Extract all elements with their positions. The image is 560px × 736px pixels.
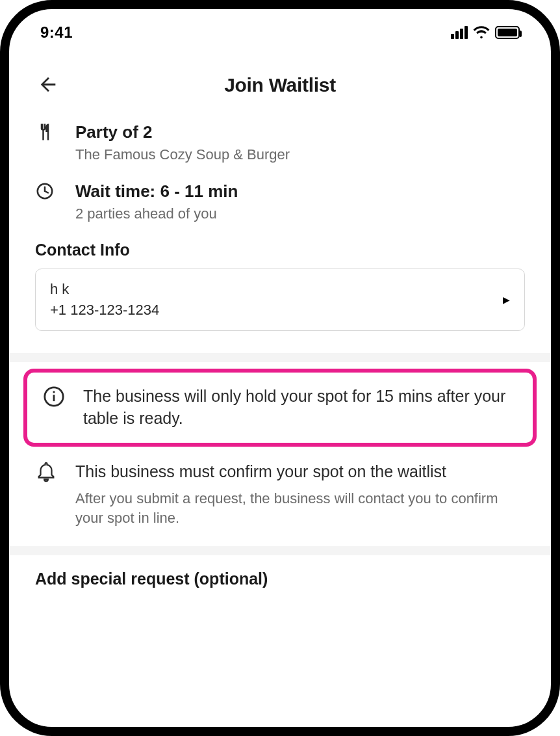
status-icons [451,26,520,39]
bell-icon [35,461,58,486]
utensils-icon [35,122,57,144]
arrow-left-icon [37,73,59,96]
restaurant-name: The Famous Cozy Soup & Burger [75,146,290,163]
page-title: Join Waitlist [224,74,336,96]
section-divider [9,353,551,362]
wait-time-row: Wait time: 6 - 11 min 2 parties ahead of… [35,181,525,222]
hold-time-text: The business will only hold your spot fo… [83,386,517,430]
reservation-summary: Party of 2 The Famous Cozy Soup & Burger… [9,116,551,337]
section-divider [9,546,551,555]
contact-info-card[interactable]: h k +1 123-123-1234 ▶ [35,269,525,331]
svg-rect-2 [53,395,55,401]
special-request-heading: Add special request (optional) [9,562,551,588]
queue-position-label: 2 parties ahead of you [75,205,238,222]
info-icon [43,386,66,410]
page-header: Join Waitlist [9,48,551,116]
clock-icon [35,181,57,204]
party-size-row: Party of 2 The Famous Cozy Soup & Burger [35,122,525,163]
hold-time-highlight: The business will only hold your spot fo… [23,369,537,447]
wait-time-label: Wait time: 6 - 11 min [75,181,238,202]
chevron-right-icon: ▶ [503,295,510,305]
contact-phone: +1 123-123-1234 [50,302,159,319]
status-bar: 9:41 [9,9,551,48]
battery-icon [495,26,520,39]
confirmation-notice: This business must confirm your spot on … [9,456,551,533]
confirmation-title: This business must confirm your spot on … [75,461,525,483]
status-time: 9:41 [40,23,73,42]
contact-name: h k [50,281,159,298]
wifi-icon [473,26,490,39]
svg-rect-3 [53,391,55,393]
party-size-label: Party of 2 [75,122,290,142]
cellular-signal-icon [451,26,468,39]
device-frame: 9:41 Join Waitlist Party of 2 The Famous… [0,0,560,736]
confirmation-body: After you submit a request, the business… [75,489,525,527]
back-button[interactable] [35,72,61,98]
contact-info-heading: Contact Info [35,241,525,259]
hold-time-notice: The business will only hold your spot fo… [36,382,524,434]
